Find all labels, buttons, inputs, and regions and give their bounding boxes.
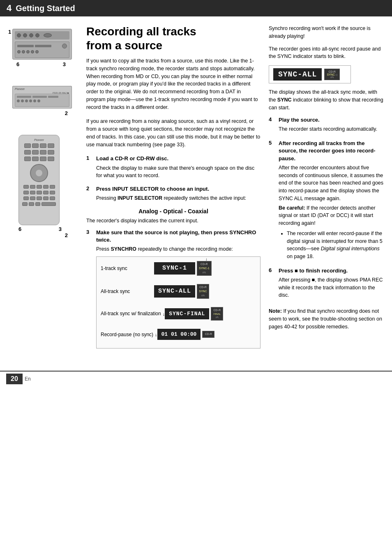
page-number: 20: [6, 374, 23, 384]
sync-row-2: All-track sync SYNC-ALL CD-R SYNC ///\\: [101, 284, 256, 299]
sync-display-1: SYNC-1 CD-R SYNC-1 ///\\: [154, 261, 212, 276]
content-area: Recording all tracks from a source If yo…: [82, 16, 392, 362]
sync-label-2: All-track sync: [101, 288, 154, 295]
step-6-number: 6: [269, 267, 275, 273]
device-label-6-first: 6: [16, 61, 19, 67]
sync-indicator-3: CD-R FINAL ///\\: [211, 307, 223, 321]
step-4: 4 Play the source. The recorder starts r…: [269, 116, 384, 133]
chapter-number: 4: [7, 3, 12, 14]
sync-all-display: SYNC-ALL CD-R SYNC◁ ///\\: [269, 65, 351, 83]
analog-heading: Analog - Optical - Coaxial: [86, 208, 261, 215]
sync-display-4: 01 01 00:00 CD-R: [157, 329, 215, 340]
remote-brand: Pioneer: [22, 138, 56, 141]
sync-diagram: 1-track sync ↓ SYNC-1 CD-R SYNC-1 ///\\: [96, 256, 261, 349]
sync-all-screen: SYNC-ALL: [273, 68, 322, 81]
device-label-3-bottom: 3: [59, 226, 62, 232]
sync-display-3: SYNC-FINAL CD-R FINAL ///\\: [165, 307, 223, 321]
left-sidebar: 1: [0, 16, 82, 362]
page-header: 4 Getting Started: [0, 0, 392, 16]
device-label-3-first: 3: [63, 61, 66, 67]
step-2-title: Press INPUT SELECTOR to choose an input.: [96, 185, 209, 193]
sync-all-indicator: CD-R SYNC◁ ///\\: [324, 69, 339, 80]
step-5-body: After the recorder encounters about five…: [279, 164, 384, 203]
step-3: 3 Make sure that the source is not playi…: [86, 229, 261, 349]
step-5: 5 After recording all tracks from the so…: [269, 140, 384, 261]
step-4-title: Play the source.: [279, 116, 320, 124]
right-intro: Synchro recording won't work if the sour…: [269, 25, 384, 40]
device-label-2-bottom: 2: [65, 232, 68, 238]
page-lang: En: [25, 376, 31, 382]
sync-indicator-1: CD-R SYNC-1 ///\\: [197, 261, 212, 276]
chapter-title: Getting Started: [16, 4, 75, 13]
analog-desc: The recorder's display indicates the cur…: [86, 217, 261, 225]
sync-label-4: Record-pause (no sync): [101, 331, 153, 338]
step-5-bullets: The recorder will enter record-pause if …: [287, 230, 384, 261]
device-label-1: 1: [8, 29, 11, 35]
device-deck-middle: Pioneer PDR-05 Mk2 ▶: [12, 86, 70, 116]
step-6-body: After pressing ■, the display shows PMA …: [279, 276, 384, 299]
sync-all-desc: The display shows the all-track sync mod…: [269, 88, 384, 111]
step-5-number: 5: [269, 140, 275, 146]
sync-display-2: SYNC-ALL CD-R SYNC ///\\: [154, 284, 209, 299]
intro-paragraph-2: If you are recording from a noisy analog…: [86, 118, 261, 148]
page-footer: 20 En: [0, 371, 392, 386]
content-right: Synchro recording won't work if the sour…: [269, 25, 384, 354]
device-label-2-middle: 2: [65, 110, 68, 116]
step-2-body: Pressing INPUT SELECTOR repeatedly switc…: [96, 194, 261, 202]
step-2-number: 2: [86, 185, 93, 192]
intro-paragraph-1: If you want to copy all the tracks from …: [86, 57, 261, 111]
step-2: 2 Press INPUT SELECTOR to choose an inpu…: [86, 185, 261, 202]
sync-indicator-4: CD-R: [202, 331, 214, 338]
note-box: Note: If you find that synchro recording…: [269, 307, 384, 330]
step-4-body: The recorder starts recording automatica…: [279, 125, 384, 133]
step-5-title: After recording all tracks from the sour…: [279, 140, 384, 162]
sync-row-4: Record-pause (no sync) ↓ 01 01 00:00 CD-…: [101, 329, 256, 340]
step-6-title: Press ■ to finish recording.: [279, 267, 348, 275]
step-6: 6 Press ■ to finish recording. After pre…: [269, 267, 384, 299]
arrow-1: ↓: [205, 256, 208, 262]
main-layout: 1: [0, 16, 392, 362]
sync-indicator-2: CD-R SYNC ///\\: [197, 284, 209, 299]
step-1-body: Check the display to make sure that ther…: [96, 164, 261, 180]
sync-row-1: 1-track sync ↓ SYNC-1 CD-R SYNC-1 ///\\: [101, 261, 256, 276]
content-left: Recording all tracks from a source If yo…: [86, 25, 261, 354]
step-4-number: 4: [269, 116, 275, 122]
device-deck-top: 1: [12, 29, 70, 67]
sync-label-3: All-track sync w/ finalization: [101, 310, 161, 317]
step-3-number: 3: [86, 229, 93, 235]
step-3-body: Press SYNCHRO repeatedly to change the r…: [96, 245, 261, 253]
bullet-1: The recorder will enter record-pause if …: [287, 230, 384, 261]
device-label-6-bottom: 6: [18, 226, 21, 232]
step-1: 1 Load a CD-R or CD-RW disc. Check the d…: [86, 155, 261, 180]
step-5-be-careful: Be careful: If the recorder detects anot…: [279, 204, 384, 227]
device-remote: Pioneer: [12, 135, 70, 238]
right-desc: The recorder goes into all-sync record p…: [269, 45, 384, 61]
sync-label-1: 1-track sync: [101, 265, 154, 272]
article-title: Recording all tracks from a source: [86, 25, 261, 52]
step-1-title: Load a CD-R or CD-RW disc.: [96, 155, 168, 162]
sync-row-3: All-track sync w/ finalization ↓ SYNC-FI…: [101, 307, 256, 321]
step-3-title: Make sure that the source is not playing…: [96, 229, 261, 244]
step-1-number: 1: [86, 155, 93, 161]
